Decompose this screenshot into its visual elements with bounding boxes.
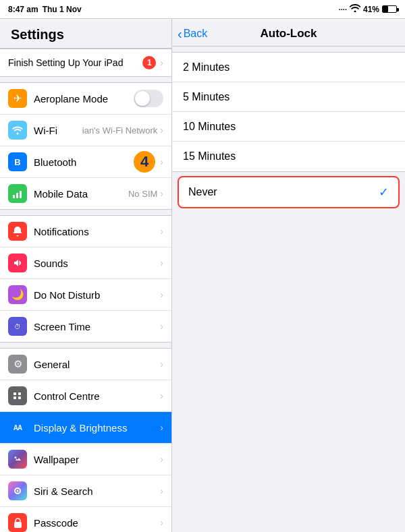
sidebar-item-sounds[interactable]: Sounds › <box>0 247 171 279</box>
autolock-title: Auto-Lock <box>260 27 317 40</box>
sidebar-item-donotdisturb[interactable]: 🌙 Do Not Disturb › <box>0 279 171 311</box>
svg-rect-10 <box>14 522 22 528</box>
screentime-label: Screen Time <box>34 321 160 332</box>
autolock-label-15min: 15 Minutes <box>183 150 236 162</box>
wifi-label: Wi-Fi <box>34 125 82 136</box>
svg-rect-0 <box>13 195 15 198</box>
svg-point-7 <box>15 456 17 459</box>
bluetooth-label: Bluetooth <box>34 156 136 168</box>
donotdisturb-label: Do Not Disturb <box>34 289 160 301</box>
autolock-label-never: Never <box>188 186 217 198</box>
controlcentre-chevron-icon: › <box>160 390 163 401</box>
wallpaper-chevron-icon: › <box>160 454 163 465</box>
finish-badge: 1 <box>142 56 156 69</box>
right-header: ‹ Back Auto-Lock <box>172 19 405 47</box>
autolock-check-never: ✓ <box>379 185 389 200</box>
svg-rect-2 <box>20 191 22 198</box>
aeroplane-label: Aeroplane Mode <box>34 93 134 105</box>
sidebar-item-wallpaper[interactable]: Wallpaper › <box>0 444 171 475</box>
notifications-chevron-icon: › <box>160 226 163 237</box>
wifi-icon <box>350 4 360 14</box>
svg-rect-4 <box>18 392 21 395</box>
mobiledata-icon <box>8 184 27 203</box>
aeroplane-icon: ✈ <box>8 89 27 108</box>
status-bar: 8:47 am Thu 1 Nov ···· 41% <box>0 0 405 19</box>
donotdisturb-chevron-icon: › <box>160 289 163 300</box>
wifi-value: ian's Wi-Fi Network <box>82 125 158 136</box>
autolock-item-2min[interactable]: 2 Minutes <box>172 53 405 82</box>
sidebar-item-passcode[interactable]: Passcode › <box>0 507 171 532</box>
status-date: Thu 1 Nov <box>43 5 82 14</box>
status-bar-left: 8:47 am Thu 1 Nov <box>8 5 82 14</box>
autolock-item-5min[interactable]: 5 Minutes <box>172 82 405 112</box>
mobiledata-value: No SIM <box>128 189 157 199</box>
screentime-chevron-icon: › <box>160 321 163 332</box>
general-chevron-icon: › <box>160 359 163 370</box>
bluetooth-icon: B <box>8 152 27 171</box>
main-layout: Settings Finish Setting Up Your iPad 1 ›… <box>0 19 405 532</box>
sounds-chevron-icon: › <box>160 258 163 268</box>
finish-setup-label: Finish Setting Up Your iPad <box>8 57 142 68</box>
passcode-chevron-icon: › <box>160 517 163 528</box>
finish-setup-section: Finish Setting Up Your iPad 1 › <box>0 49 171 77</box>
general-label: General <box>34 359 160 370</box>
alerts-section: Notifications › Sounds › 🌙 Do Not Distur… <box>0 215 171 343</box>
mobiledata-chevron-icon: › <box>160 188 163 199</box>
donotdisturb-icon: 🌙 <box>8 285 27 304</box>
sidebar-item-screentime[interactable]: ⏱ Screen Time › <box>0 311 171 342</box>
autolock-item-15min[interactable]: 15 Minutes <box>172 142 405 171</box>
battery-icon <box>382 5 397 13</box>
system-section: ⚙ General › Control Centre › <box>0 348 171 532</box>
controlcentre-icon <box>8 386 27 405</box>
svg-rect-6 <box>18 396 21 399</box>
finish-chevron-icon: › <box>160 57 163 68</box>
sidebar-item-sirisearch[interactable]: Siri & Search › <box>0 475 171 507</box>
autolock-label-5min: 5 Minutes <box>183 91 230 103</box>
wallpaper-icon <box>8 450 27 469</box>
back-label: Back <box>184 28 208 40</box>
sidebar-item-wifi[interactable]: Wi-Fi ian's Wi-Fi Network › <box>0 115 171 146</box>
aeroplane-toggle[interactable] <box>134 90 163 107</box>
sidebar-item-notifications[interactable]: Notifications › <box>0 216 171 247</box>
signal-icon: ···· <box>339 5 347 13</box>
settings-list: Finish Setting Up Your iPad 1 › ✈ Aeropl… <box>0 49 171 532</box>
battery-text: 41% <box>363 5 379 14</box>
bluetooth-chevron-icon: › <box>160 156 163 167</box>
notifications-label: Notifications <box>34 226 160 237</box>
passcode-icon <box>8 513 27 532</box>
sirisearch-label: Siri & Search <box>34 485 160 497</box>
autolock-label-2min: 2 Minutes <box>183 61 230 73</box>
svg-rect-5 <box>14 396 16 399</box>
svg-rect-1 <box>16 193 18 198</box>
back-button[interactable]: ‹ Back <box>178 26 207 42</box>
displaybrightness-chevron-icon: › <box>160 422 163 433</box>
autolock-item-never[interactable]: Never ✓ <box>178 176 400 208</box>
svg-rect-3 <box>14 392 16 395</box>
autolock-item-10min[interactable]: 10 Minutes <box>172 112 405 142</box>
sounds-label: Sounds <box>34 258 160 269</box>
finish-setup-item[interactable]: Finish Setting Up Your iPad 1 › <box>0 49 171 76</box>
connectivity-section: ✈ Aeroplane Mode Wi-Fi ian's Wi-Fi Netw <box>0 82 171 210</box>
wallpaper-label: Wallpaper <box>34 454 160 465</box>
status-bar-right: ···· 41% <box>339 4 397 14</box>
sidebar-item-controlcentre[interactable]: Control Centre › <box>0 380 171 412</box>
wifi-chevron-icon: › <box>160 125 163 136</box>
displaybrightness-label: Display & Brightness <box>34 422 160 434</box>
displaybrightness-icon: AA <box>8 418 27 437</box>
general-icon: ⚙ <box>8 355 27 374</box>
autolock-list: 2 Minutes 5 Minutes 10 Minutes 15 Minute… <box>172 52 405 172</box>
autolock-label-10min: 10 Minutes <box>183 121 236 133</box>
sidebar-item-aeroplane[interactable]: ✈ Aeroplane Mode <box>0 83 171 115</box>
sidebar-item-displaybrightness[interactable]: AA Display & Brightness › <box>0 412 171 444</box>
sounds-icon <box>8 254 27 272</box>
notifications-icon <box>8 222 27 241</box>
sidebar-item-bluetooth[interactable]: B Bluetooth 4 › <box>0 146 171 178</box>
siri-icon <box>8 481 27 500</box>
wifi-setting-icon <box>8 121 27 140</box>
right-panel: ‹ Back Auto-Lock 2 Minutes 5 Minutes 10 … <box>172 19 405 532</box>
sidebar-item-general[interactable]: ⚙ General › <box>0 349 171 380</box>
mobiledata-label: Mobile Data <box>34 188 128 200</box>
controlcentre-label: Control Centre <box>34 390 160 402</box>
settings-title: Settings <box>0 19 171 49</box>
sidebar-item-mobiledata[interactable]: Mobile Data No SIM › <box>0 178 171 209</box>
